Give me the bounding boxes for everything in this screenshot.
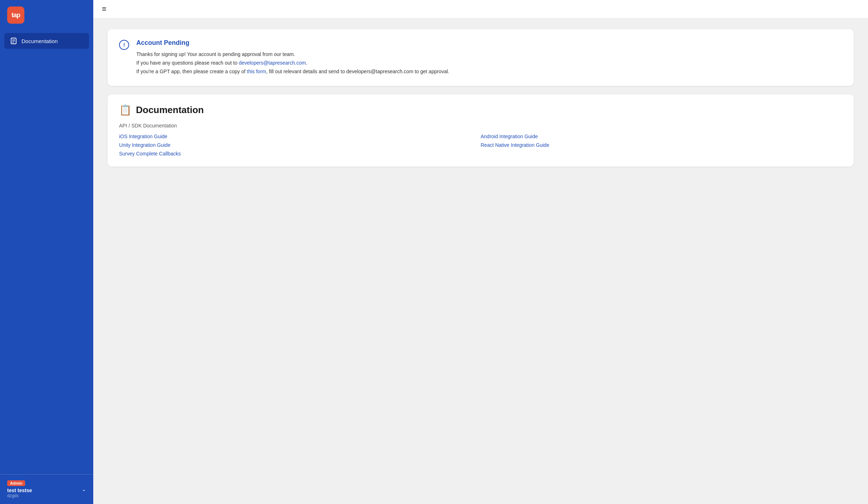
top-bar: ≡: [93, 0, 868, 18]
sidebar-item-label: Documentation: [22, 38, 58, 44]
alert-line2-suffix: .: [306, 60, 307, 66]
react-native-integration-link[interactable]: React Native Integration Guide: [481, 142, 549, 148]
admin-badge: Admin: [7, 480, 25, 486]
sidebar-bottom: Admin test testse dzgds ⌄: [0, 474, 93, 504]
alert-title: Account Pending: [136, 39, 449, 47]
unity-integration-link[interactable]: Unity Integration Guide: [119, 142, 170, 148]
ios-integration-link[interactable]: iOS Integration Guide: [119, 134, 168, 139]
doc-sub-label: API / SDK Documentation: [119, 123, 842, 129]
doc-card-title: 📋 Documentation: [119, 104, 842, 116]
chevron-down-icon: ⌄: [82, 486, 86, 492]
user-area[interactable]: Admin test testse dzgds ⌄: [7, 480, 86, 498]
alert-line3-suffix: , fill out relevant details and send to …: [266, 69, 449, 74]
user-sub: dzgds: [7, 493, 32, 498]
sidebar: tap Documentation Admin test testse dzgd…: [0, 0, 93, 504]
alert-content: Account Pending Thanks for signing up! Y…: [136, 39, 449, 76]
developers-email-link[interactable]: developers@tapresearch.com: [239, 60, 306, 66]
alert-line2-prefix: If you have any questions please reach o…: [136, 60, 239, 66]
documentation-card: 📋 Documentation API / SDK Documentation …: [108, 94, 854, 167]
doc-heading: Documentation: [136, 104, 204, 116]
svg-rect-2: [12, 41, 15, 42]
alert-line3-prefix: If you're a GPT app, then please create …: [136, 69, 247, 74]
book-icon: 📋: [119, 105, 132, 115]
survey-complete-callbacks-link[interactable]: Survey Complete Callbacks: [119, 151, 181, 157]
doc-nav-icon: [10, 37, 17, 45]
logo-area: tap: [0, 0, 93, 30]
hamburger-icon[interactable]: ≡: [102, 5, 107, 13]
doc-links-right: Android Integration Guide React Native I…: [481, 134, 842, 157]
user-info: Admin test testse dzgds: [7, 480, 32, 498]
svg-rect-3: [12, 42, 14, 43]
android-integration-link[interactable]: Android Integration Guide: [481, 134, 538, 139]
doc-links-grid: iOS Integration Guide Unity Integration …: [119, 134, 842, 157]
logo[interactable]: tap: [7, 6, 24, 24]
main-content: ≡ ! Account Pending Thanks for signing u…: [93, 0, 868, 504]
account-pending-card: ! Account Pending Thanks for signing up!…: [108, 29, 854, 86]
sidebar-item-documentation[interactable]: Documentation: [4, 33, 89, 49]
doc-links-left: iOS Integration Guide Unity Integration …: [119, 134, 481, 157]
user-name: test testse: [7, 487, 32, 493]
info-icon: !: [119, 40, 129, 50]
alert-line1: Thanks for signing up! Your account is p…: [136, 51, 295, 57]
svg-rect-1: [12, 39, 15, 40]
alert-icon-wrap: !: [119, 40, 129, 50]
content-area: ! Account Pending Thanks for signing up!…: [93, 18, 868, 177]
sidebar-nav: Documentation: [0, 30, 93, 474]
this-form-link[interactable]: this form: [247, 69, 266, 74]
alert-body: Thanks for signing up! Your account is p…: [136, 50, 449, 76]
